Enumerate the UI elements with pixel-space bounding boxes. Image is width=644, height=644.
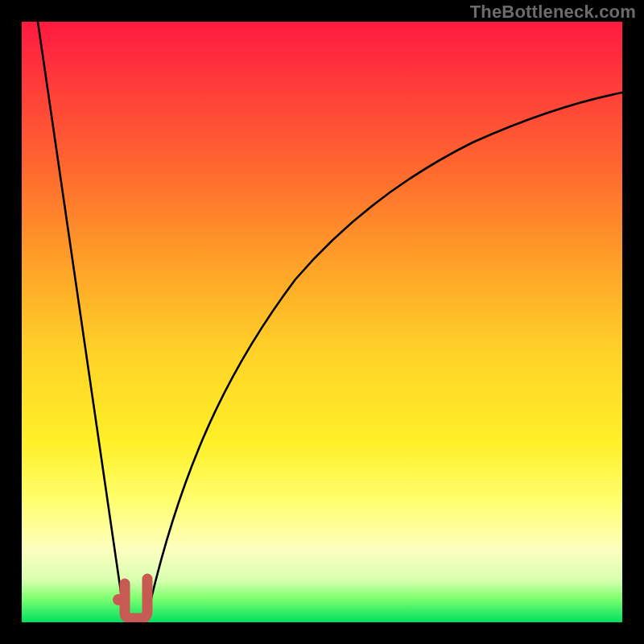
right-curve	[145, 93, 622, 619]
j-marker-dot	[113, 594, 124, 605]
outer-frame: TheBottleneck.com	[0, 0, 644, 644]
curve-layer	[22, 22, 622, 622]
j-marker-stroke	[125, 579, 147, 618]
watermark-text: TheBottleneck.com	[470, 2, 636, 23]
left-segment	[38, 22, 125, 619]
plot-area	[22, 22, 622, 622]
